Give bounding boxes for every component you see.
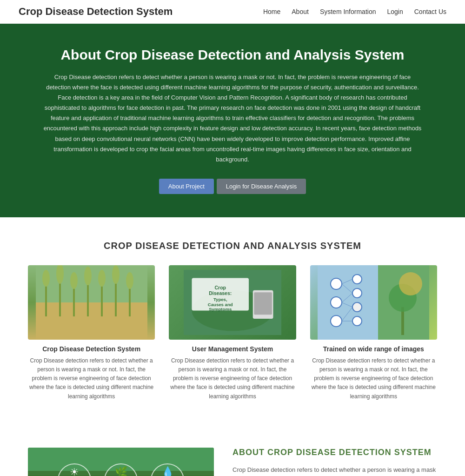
svg-point-31	[352, 275, 362, 284]
card-1-desc: Crop Disease detection refers to detect …	[28, 356, 155, 401]
nav-login[interactable]: Login	[387, 8, 403, 15]
hero-buttons: About Project Login for Disease Analysis	[37, 179, 428, 194]
card-3-image	[310, 265, 437, 340]
nav-about[interactable]: About	[292, 8, 309, 15]
svg-point-34	[352, 316, 362, 326]
card-1-image	[28, 265, 155, 340]
nav-system-info[interactable]: System Information	[320, 8, 376, 15]
login-disease-button[interactable]: Login for Disease Analysis	[217, 179, 306, 194]
hero-section: About Crop Disease Detection and Analysi…	[0, 24, 465, 217]
card-2: Crop Diseases: Types, Causes and Symptom…	[169, 265, 296, 401]
about-image: ☀ Sun 🌿 Plant 💧 Water 🚜 Tractor ✈ Drone …	[28, 448, 214, 476]
svg-text:🌿: 🌿	[115, 466, 128, 476]
card-1-title: Crop Disease Detection System	[28, 345, 155, 353]
card-3-image-placeholder	[310, 265, 437, 340]
svg-text:Diseases:: Diseases:	[209, 290, 232, 296]
svg-point-28	[331, 278, 342, 289]
svg-text:☀: ☀	[70, 466, 79, 476]
svg-point-3	[42, 270, 50, 287]
svg-rect-25	[254, 292, 272, 315]
cards-row: Crop Disease Detection System Crop Disea…	[28, 265, 437, 401]
navbar-brand: Crop Disease Detection System	[19, 6, 173, 18]
svg-text:Types,: Types,	[213, 296, 227, 302]
navbar: Crop Disease Detection System Home About…	[0, 0, 465, 24]
svg-point-15	[126, 272, 133, 289]
cards-section-title: CROP DISEASE DETECTION AND ANALYSIS SYST…	[28, 241, 437, 251]
svg-point-7	[70, 272, 78, 289]
card-2-image: Crop Diseases: Types, Causes and Symptom…	[169, 265, 296, 340]
svg-text:Symptoms: Symptoms	[209, 306, 232, 311]
about-section: ☀ Sun 🌿 Plant 💧 Water 🚜 Tractor ✈ Drone …	[0, 424, 465, 476]
navbar-links: Home About System Information Login Cont…	[263, 7, 446, 16]
card-3-title: Trained on wide range of images	[310, 345, 437, 353]
svg-point-43	[399, 272, 422, 295]
about-text: ABOUT CROP DISEASE DETECTION SYSTEM Crop…	[232, 448, 437, 476]
svg-point-33	[352, 302, 362, 312]
svg-point-30	[331, 315, 342, 327]
svg-point-11	[98, 270, 106, 287]
about-project-button[interactable]: About Project	[159, 179, 214, 194]
nav-contact[interactable]: Contact Us	[414, 8, 446, 15]
nav-home[interactable]: Home	[263, 8, 280, 15]
svg-point-9	[84, 267, 92, 285]
card-2-image-placeholder: Crop Diseases: Types, Causes and Symptom…	[169, 265, 296, 340]
about-section-title: ABOUT CROP DISEASE DETECTION SYSTEM	[232, 448, 437, 457]
svg-text:💧: 💧	[161, 466, 174, 476]
svg-point-32	[352, 288, 362, 298]
svg-text:Crop: Crop	[214, 285, 226, 290]
card-3: Trained on wide range of images Crop Dis…	[310, 265, 437, 401]
card-3-desc: Crop Disease detection refers to detect …	[310, 356, 437, 401]
svg-point-29	[331, 297, 342, 308]
card-1-image-placeholder	[28, 265, 155, 340]
hero-title: About Crop Disease Detection and Analysi…	[37, 47, 428, 63]
card-2-desc: Crop Disease detection refers to detect …	[169, 356, 296, 401]
card-1: Crop Disease Detection System Crop Disea…	[28, 265, 155, 401]
svg-point-13	[112, 265, 120, 284]
card-2-title: User Management System	[169, 345, 296, 353]
cards-section: CROP DISEASE DETECTION AND ANALYSIS SYST…	[0, 241, 465, 424]
about-image-placeholder: ☀ Sun 🌿 Plant 💧 Water 🚜 Tractor ✈ Drone …	[28, 448, 214, 476]
about-section-description: Crop Disease detection refers to detect …	[232, 465, 437, 476]
hero-description: Crop Disease detection refers to detect …	[42, 72, 423, 165]
